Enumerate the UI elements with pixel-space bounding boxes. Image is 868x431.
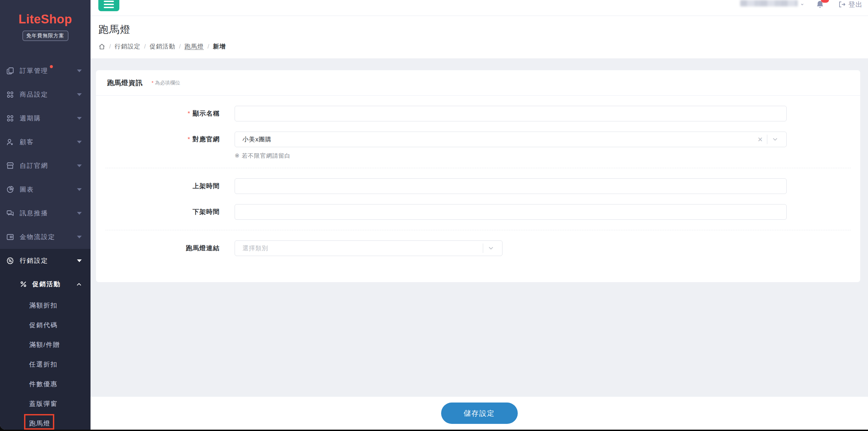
breadcrumb-marketing[interactable]: 行銷設定 [115,42,140,51]
marquee-link-placeholder: 選擇類別 [242,244,268,252]
select-divider [483,243,483,253]
sidebar-item-subscription[interactable]: 週期購 [0,106,91,130]
page-title: 跑馬燈 [98,23,860,37]
display-name-row: * 顯示名稱 [96,106,860,121]
chevron-down-icon [77,259,82,262]
notifications-button[interactable] [815,0,825,9]
submenu-item-quantity-deal[interactable]: 件數優惠 [0,374,91,394]
breadcrumb: / 行銷設定 / 促銷活動 / 跑馬燈 / 新增 [98,42,860,51]
notification-badge [821,0,829,3]
start-time-label: 上架時間 [96,182,220,191]
promotions-submenu: 滿額折扣 促銷代碼 滿額/件贈 任選折扣 件數優惠 蓋版彈窗 跑馬燈 [0,296,91,430]
products-icon [6,91,14,99]
end-time-input[interactable] [235,204,787,220]
subscription-icon [6,114,14,122]
breadcrumb-separator: / [144,43,146,50]
site-hint: ※ 若不限官網請留白 [235,153,291,159]
select-divider [767,135,767,144]
sidebar-item-promotions[interactable]: 促銷活動 [0,273,91,296]
sidebar-item-label: 自訂官網 [20,161,48,170]
sidebar-item-label: 週期購 [20,114,41,123]
percent-icon [20,280,27,288]
start-time-row: 上架時間 [96,178,860,194]
chevron-down-icon[interactable] [488,245,494,251]
sidebar-item-broadcast[interactable]: 訊息推播 [0,201,91,225]
marquee-form: * 顯示名稱 * 對應官網 小美x團購 ✕ [96,96,860,256]
sidebar-item-products[interactable]: 商品設定 [0,83,91,106]
notification-dot [50,65,53,68]
display-name-label: * 顯示名稱 [96,109,220,118]
charts-icon [6,185,14,194]
sidebar-item-storefront[interactable]: 自訂官網 [0,154,91,178]
end-time-row: 下架時間 [96,204,860,220]
sidebar-item-customers[interactable]: 顧客 [0,130,91,154]
logout-button[interactable]: 登出 [838,0,863,9]
marquee-info-card: 跑馬燈資訊 *為必填欄位 * 顯示名稱 * 對應官網 [96,70,860,282]
display-name-input[interactable] [235,106,787,121]
logout-label: 登出 [848,0,863,9]
site-label: * 對應官網 [96,135,220,144]
submenu-item-gift[interactable]: 滿額/件贈 [0,335,91,355]
card-header: 跑馬燈資訊 *為必填欄位 [96,70,860,96]
save-button[interactable]: 儲存設定 [441,403,518,424]
payment-logistics-icon [6,233,14,241]
sidebar-item-label: 訊息推播 [20,209,48,218]
site-row: * 對應官網 小美x團購 ✕ [96,132,860,147]
storefront-icon [6,162,14,170]
chevron-up-icon [76,281,82,287]
main-area: 登出 跑馬燈 / 行銷設定 / 促銷活動 / 跑馬燈 / 新增 [91,0,868,430]
clear-icon[interactable]: ✕ [753,136,767,143]
marquee-link-label: 跑馬燈連結 [96,244,220,253]
chevron-down-icon [77,70,82,72]
sidebar-item-label: 促銷活動 [32,280,61,289]
marketing-icon [6,257,14,265]
sidebar-item-orders[interactable]: 訂單管理 [0,59,91,83]
account-name-redacted[interactable] [740,0,798,6]
start-time-input[interactable] [235,178,787,194]
chevron-down-icon [801,1,804,5]
breadcrumb-promotions[interactable]: 促銷活動 [150,42,175,51]
site-hint-row: ※ 若不限官網請留白 [96,152,860,160]
sidebar-item-charts[interactable]: 圖表 [0,178,91,201]
save-bar: 儲存設定 [91,397,868,430]
chevron-down-icon [77,236,82,238]
breadcrumb-separator: / [179,43,181,50]
card-title: 跑馬燈資訊 [107,78,143,87]
chevron-down-icon [77,164,82,167]
logout-icon [838,0,846,8]
marquee-link-select[interactable]: 選擇類別 [235,240,502,256]
submenu-item-any-discount[interactable]: 任選折扣 [0,355,91,374]
sidebar-item-label: 商品設定 [20,90,48,99]
breadcrumb-marquee[interactable]: 跑馬燈 [184,42,204,51]
hamburger-icon [104,1,114,2]
plan-badge: 免年費無限方案 [22,31,68,41]
sidebar-item-payment-logistics[interactable]: 金物流設定 [0,225,91,249]
submenu-item-marquee[interactable]: 跑馬燈 [0,414,91,430]
site-select-value: 小美x團購 [242,135,272,143]
submenu-item-full-amount-discount[interactable]: 滿額折扣 [0,296,91,315]
sidebar-menu: 訂單管理 商品設定 週期購 顧客 [0,59,91,249]
marquee-link-row: 跑馬燈連結 選擇類別 [96,240,860,256]
chevron-down-icon [77,93,82,96]
breadcrumb-separator: / [208,43,209,50]
sidebar-item-label: 行銷設定 [20,256,48,265]
submenu-item-promo-code[interactable]: 促銷代碼 [0,315,91,335]
breadcrumb-create: 新增 [213,42,226,51]
sidebar-item-label: 金物流設定 [20,233,55,241]
chevron-down-icon [77,188,82,191]
liteshop-logo: LiteShop [0,12,91,26]
content-area: 跑馬燈資訊 *為必填欄位 * 顯示名稱 * 對應官網 [91,58,868,397]
site-select[interactable]: 小美x團購 ✕ [235,132,787,147]
marketing-section: 行銷設定 促銷活動 滿額折扣 促銷代碼 滿額/件贈 任選折扣 件數優惠 蓋版彈窗 [0,249,91,430]
form-divider [105,230,851,230]
orders-icon [6,67,14,75]
sidebar-item-label: 顧客 [20,138,34,146]
chevron-down-icon [77,212,82,215]
required-note: *為必填欄位 [152,80,180,86]
chevron-down-icon[interactable] [772,136,778,142]
submenu-item-popup[interactable]: 蓋版彈窗 [0,394,91,414]
sidebar-item-label: 訂單管理 [20,66,48,75]
sidebar-item-marketing[interactable]: 行銷設定 [0,249,91,273]
home-icon[interactable] [98,43,105,50]
sidebar-toggle-button[interactable] [98,0,119,11]
